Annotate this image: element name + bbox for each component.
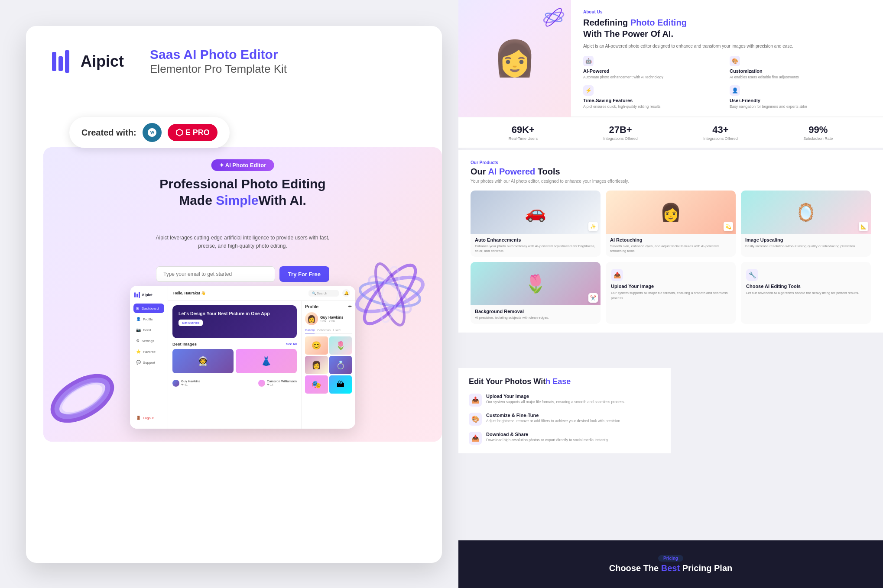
pricing-heading-post: Pricing Plan (682, 563, 733, 573)
try-for-free-button[interactable]: Try For Free (279, 266, 329, 282)
logo-bar-3 (65, 50, 69, 73)
download-step-icon: 📥 (469, 432, 482, 445)
ai-tools-desc: Your photos with our AI photo editor, de… (471, 179, 871, 184)
created-with-label: Created with: (81, 128, 136, 138)
dash-greeting: Hello, Haurakat 👋 (173, 291, 305, 295)
3d-decor-sphere (541, 4, 567, 30)
tagline-main: Saas AI Photo Editor (150, 47, 416, 62)
stats-bar: 69K+ Real-Time Users 27B+ Integrations O… (458, 117, 883, 148)
nav-support-label: Support (143, 361, 155, 365)
dashboard-sidebar: Aipict ⊞ Dashboard 👤 Profile 📷 Feed ⚙ Se… (130, 286, 168, 429)
get-started-button[interactable]: Get Started (179, 320, 203, 326)
dash-search[interactable]: 🔍 Search (308, 290, 339, 297)
stat-number-4: 99% (803, 124, 833, 136)
about-features: 🤖 AI-Powered Automate photo enhancement … (583, 56, 871, 110)
user-row-2: Cameron Williamson ❤ 14 (258, 379, 297, 387)
feature-ai-powered: 🤖 AI-Powered Automate photo enhancement … (583, 56, 724, 80)
tool-4-info: Background Removal AI precision, isolati… (471, 305, 601, 323)
tool-2-name: AI Retouching (610, 237, 731, 242)
logo-area: Aipict (52, 50, 124, 73)
dash-topbar: Hello, Haurakat 👋 🔍 Search 🔔 (168, 286, 355, 301)
nav-settings[interactable]: ⚙ Settings (133, 336, 164, 346)
tool-choose-ai: 🔧 Choose AI Editing Tools Let our advanc… (741, 262, 871, 323)
see-all-link[interactable]: See All (286, 342, 297, 346)
img-card-fashion: 👗 (236, 349, 297, 373)
about-heading: Redefining Photo Editing With The Power … (583, 17, 871, 39)
tool-6-name: Choose AI Editing Tools (746, 284, 866, 289)
pricing-heading: Choose The Best Pricing Plan (609, 563, 733, 573)
ai-heading-highlight: AI Powered (488, 167, 535, 176)
dlb2 (136, 294, 138, 297)
tab-collection[interactable]: Collection (317, 329, 331, 333)
stat-label-1: Real-Time Users (509, 136, 538, 141)
customize-step-content: Customize & Fine-Tune Adjust brightness,… (486, 413, 621, 424)
stat-users: 69K+ Real-Time Users (509, 124, 538, 141)
stat-label-3: Integrations Offered (703, 136, 737, 141)
dash-main-content: Hello, Haurakat 👋 🔍 Search 🔔 Let's Desig… (168, 286, 355, 429)
images-grid: 👨‍🚀 👗 (172, 349, 297, 373)
hero-input-row[interactable]: Try For Free (156, 266, 329, 282)
tool-5-desc: Our system supports all major file forma… (611, 291, 730, 300)
about-heading-highlight: Photo Editing (630, 18, 687, 27)
title-area: Saas AI Photo Editor Elementor Pro Templ… (150, 47, 416, 76)
customize-step-icon: 🎨 (469, 413, 482, 426)
elementor-icon: ⬡ (175, 127, 183, 138)
download-step-content: Download & Share Download high-resolutio… (486, 432, 609, 443)
dash-content-area: Let's Design Your Best Picture in One Ap… (168, 301, 355, 429)
feature-time-desc: Aipict ensures quick, high-quality editi… (583, 104, 724, 110)
hero-title-line1: Professional Photo Editing (159, 177, 325, 191)
svg-point-6 (49, 370, 116, 427)
dash-feed: Let's Design Your Best Picture in One Ap… (168, 301, 301, 429)
dashboard-mockup: Aipict ⊞ Dashboard 👤 Profile 📷 Feed ⚙ Se… (130, 286, 355, 429)
hero-title-line2: Made (179, 193, 212, 207)
logout-button[interactable]: 🚪 Logout (133, 413, 164, 423)
tool-auto-enhancements: 🚗 ✨ Auto Enhancements Enhance your photo… (471, 191, 601, 257)
tools-grid: 🚗 ✨ Auto Enhancements Enhance your photo… (471, 191, 871, 324)
gallery-img-6: 🏔 (329, 375, 352, 394)
upload-step-icon: 📤 (469, 394, 482, 407)
nav-profile[interactable]: 👤 Profile (133, 314, 164, 324)
tool-6-info: 🔧 Choose AI Editing Tools Let our advanc… (746, 267, 866, 297)
tool-5-info: 📤 Upload Your Image Our system supports … (611, 267, 730, 302)
pricing-heading-highlight: Best (661, 563, 682, 573)
nav-feed[interactable]: 📷 Feed (133, 325, 164, 335)
step-download: 📥 Download & Share Download high-resolut… (469, 432, 660, 445)
logo-bar-1 (52, 52, 56, 71)
tab-gallery[interactable]: Gallery (305, 329, 315, 333)
about-photo: 👩 (458, 0, 571, 117)
tool-2-desc: Smooth skin, enhance eyes, and adjust fa… (610, 244, 731, 253)
best-images-label: Best Images (172, 342, 197, 346)
tool-2-info: AI Retouching Smooth skin, enhance eyes,… (606, 234, 736, 257)
tool-badge-2: 💫 (724, 222, 733, 231)
pricing-label: Pricing (658, 555, 683, 562)
tool-1-name: Auto Enhancements (475, 237, 596, 242)
feature-uf-title: User-Friendly (730, 98, 871, 103)
3d-ring-left (48, 364, 117, 433)
tool-6-desc: Let our advanced AI algorithms handle th… (746, 291, 866, 295)
feature-custom-title: Customization (730, 68, 871, 74)
customize-step-title: Customize & Fine-Tune (486, 413, 621, 418)
tool-5-name: Upload Your Image (611, 284, 730, 289)
nav-dashboard[interactable]: ⊞ Dashboard (133, 304, 164, 313)
dash-logo: Aipict (133, 292, 164, 298)
img-card-space: 👨‍🚀 (172, 349, 234, 373)
hero-section: ✦ AI Photo Editor Professional Photo Edi… (43, 147, 442, 442)
step-customize: 🎨 Customize & Fine-Tune Adjust brightnes… (469, 413, 660, 426)
stat-integrations: 27B+ Integrations Offered (603, 124, 637, 141)
nav-settings-label: Settings (142, 339, 154, 343)
dash-banner: Let's Design Your Best Picture in One Ap… (172, 305, 297, 338)
ai-tools-heading: Our AI Powered Tools (471, 167, 871, 177)
tab-liked[interactable]: Liked (333, 329, 341, 333)
user-row-1: Guy Hawkins ❤ 41 (172, 379, 200, 387)
customization-icon: 🎨 (730, 56, 740, 66)
3d-sphere-object (347, 251, 433, 338)
tool-4-name: Background Removal (475, 309, 596, 314)
elementor-badge: ⬡ E PRO (168, 124, 218, 141)
email-input[interactable] (156, 266, 275, 282)
nav-favorite[interactable]: ⭐ Favorite (133, 347, 164, 356)
feature-uf-desc: Easy navigation for beginners and expert… (730, 104, 871, 110)
card-header: Aipict Saas AI Photo Editor Elementor Pr… (26, 26, 442, 90)
nav-support[interactable]: 💬 Support (133, 358, 164, 367)
feature-ai-desc: Automate photo enhancement with AI techn… (583, 75, 724, 80)
favorite-icon: ⭐ (136, 349, 141, 354)
